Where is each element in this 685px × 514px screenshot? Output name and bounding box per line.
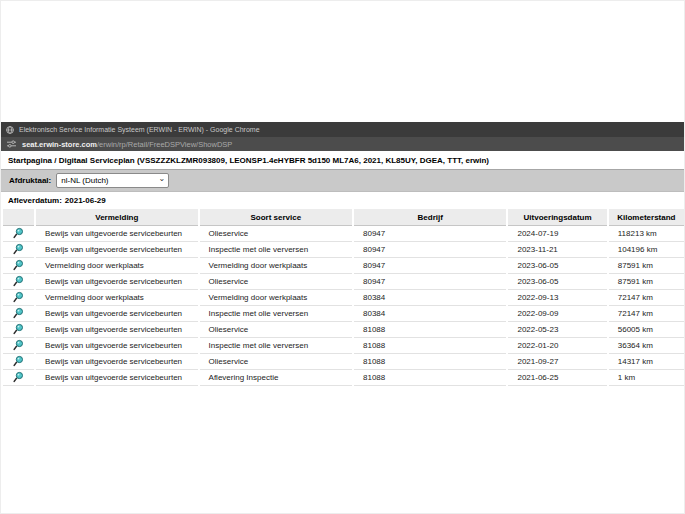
- service-history-table: VermeldingSoort serviceBedrijfUitvoering…: [1, 209, 685, 386]
- vermelding-cell: Bewijs van uitgevoerde servicebeurten: [36, 322, 197, 338]
- kilometerstand-cell: 72147 km: [609, 306, 684, 322]
- soort-service-cell: Vermelding door werkplaats: [200, 290, 352, 306]
- vermelding-cell: Bewijs van uitgevoerde servicebeurten: [36, 338, 197, 354]
- magnifier-icon[interactable]: [13, 259, 24, 271]
- print-language-select[interactable]: nl-NL (Dutch) ⌄: [56, 173, 169, 188]
- magnifier-icon[interactable]: [13, 355, 24, 367]
- detail-magnifier-cell: [3, 322, 34, 338]
- uitvoeringsdatum-cell: 2023-06-05: [508, 258, 606, 274]
- vermelding-cell: Bewijs van uitgevoerde servicebeurten: [36, 354, 197, 370]
- magnifier-icon[interactable]: [13, 371, 24, 383]
- uitvoeringsdatum-cell: 2022-05-23: [508, 322, 606, 338]
- magnifier-icon[interactable]: [13, 339, 24, 351]
- soort-service-cell: Olieservice: [200, 274, 352, 290]
- kilometerstand-cell: 104196 km: [609, 242, 684, 258]
- magnifier-icon[interactable]: [13, 291, 24, 303]
- table-row: Vermelding door werkplaatsVermelding doo…: [3, 258, 684, 274]
- breadcrumb-row: Startpagina / Digitaal Serviceplan (VSSZ…: [1, 151, 684, 170]
- detail-magnifier-cell: [3, 338, 34, 354]
- header-icon-col: [3, 209, 34, 226]
- uitvoeringsdatum-cell: 2021-06-25: [508, 370, 606, 386]
- bedrijf-cell: 81088: [354, 354, 506, 370]
- vermelding-cell: Bewijs van uitgevoerde servicebeurten: [36, 274, 197, 290]
- detail-magnifier-cell: [3, 258, 34, 274]
- kilometerstand-cell: 87591 km: [609, 258, 684, 274]
- detail-magnifier-cell: [3, 226, 34, 242]
- table-row: Bewijs van uitgevoerde servicebeurtenIns…: [3, 242, 684, 258]
- address-bar[interactable]: seat.erwin-store.com/erwin/rp/Retail/Fre…: [1, 137, 684, 151]
- magnifier-icon[interactable]: [13, 275, 24, 287]
- header-kilometerstand: Kilometerstand: [609, 209, 684, 226]
- bedrijf-cell: 80947: [354, 242, 506, 258]
- magnifier-icon[interactable]: [13, 227, 24, 239]
- print-language-value: nl-NL (Dutch): [61, 176, 108, 185]
- soort-service-cell: Olieservice: [200, 226, 352, 242]
- table-row: Bewijs van uitgevoerde servicebeurtenOli…: [3, 226, 684, 242]
- kilometerstand-cell: 36364 km: [609, 338, 684, 354]
- window-titlebar: Elektronisch Service Informatie Systeem …: [1, 122, 684, 137]
- top-whitespace: [1, 1, 684, 122]
- table-row: Bewijs van uitgevoerde servicebeurtenIns…: [3, 306, 684, 322]
- soort-service-cell: Inspectie met olie verversen: [200, 338, 352, 354]
- table-header-row: VermeldingSoort serviceBedrijfUitvoering…: [3, 209, 684, 226]
- globe-icon: [6, 126, 14, 134]
- uitvoeringsdatum-cell: 2024-07-19: [508, 226, 606, 242]
- soort-service-cell: Aflevering Inspectie: [200, 370, 352, 386]
- window-title: Elektronisch Service Informatie Systeem …: [19, 126, 260, 133]
- kilometerstand-cell: 56005 km: [609, 322, 684, 338]
- bedrijf-cell: 80947: [354, 258, 506, 274]
- uitvoeringsdatum-cell: 2021-09-27: [508, 354, 606, 370]
- magnifier-icon[interactable]: [13, 307, 24, 319]
- print-language-bar: Afdruktaal: nl-NL (Dutch) ⌄: [1, 170, 684, 192]
- detail-magnifier-cell: [3, 290, 34, 306]
- table-row: Bewijs van uitgevoerde servicebeurtenOli…: [3, 354, 684, 370]
- table-row: Bewijs van uitgevoerde servicebeurtenOli…: [3, 322, 684, 338]
- delivery-date-label: Afleverdatum:: [8, 196, 62, 205]
- table-row: Vermelding door werkplaatsVermelding doo…: [3, 290, 684, 306]
- header-vermelding: Vermelding: [36, 209, 197, 226]
- kilometerstand-cell: 1 km: [609, 370, 684, 386]
- header-uitvoeringsdatum: Uitvoeringsdatum: [508, 209, 606, 226]
- soort-service-cell: Olieservice: [200, 322, 352, 338]
- kilometerstand-cell: 14317 km: [609, 354, 684, 370]
- vermelding-cell: Bewijs van uitgevoerde servicebeurten: [36, 226, 197, 242]
- bedrijf-cell: 81088: [354, 338, 506, 354]
- table-row: Bewijs van uitgevoerde servicebeurtenIns…: [3, 338, 684, 354]
- delivery-date-value: 2021-06-29: [65, 196, 106, 205]
- bedrijf-cell: 81088: [354, 322, 506, 338]
- url-domain: seat.erwin-store.com: [22, 140, 97, 149]
- header-bedrijf: Bedrijf: [354, 209, 506, 226]
- magnifier-icon[interactable]: [13, 323, 24, 335]
- table-body: Bewijs van uitgevoerde servicebeurtenOli…: [3, 226, 684, 386]
- soort-service-cell: Inspectie met olie verversen: [200, 306, 352, 322]
- table-row: Bewijs van uitgevoerde servicebeurtenOli…: [3, 274, 684, 290]
- vermelding-cell: Bewijs van uitgevoerde servicebeurten: [36, 242, 197, 258]
- uitvoeringsdatum-cell: 2022-09-09: [508, 306, 606, 322]
- bedrijf-cell: 80947: [354, 274, 506, 290]
- table-row: Bewijs van uitgevoerde servicebeurtenAfl…: [3, 370, 684, 386]
- magnifier-icon[interactable]: [13, 243, 24, 255]
- print-language-label: Afdruktaal:: [9, 176, 51, 185]
- soort-service-cell: Inspectie met olie verversen: [200, 242, 352, 258]
- browser-window: Elektronisch Service Informatie Systeem …: [1, 122, 684, 386]
- uitvoeringsdatum-cell: 2023-11-21: [508, 242, 606, 258]
- uitvoeringsdatum-cell: 2023-06-05: [508, 274, 606, 290]
- vermelding-cell: Vermelding door werkplaats: [36, 290, 197, 306]
- soort-service-cell: Vermelding door werkplaats: [200, 258, 352, 274]
- url-text: seat.erwin-store.com/erwin/rp/Retail/Fre…: [22, 140, 232, 149]
- breadcrumb: Startpagina / Digitaal Serviceplan (VSSZ…: [8, 156, 489, 165]
- vermelding-cell: Vermelding door werkplaats: [36, 258, 197, 274]
- soort-service-cell: Olieservice: [200, 354, 352, 370]
- kilometerstand-cell: 72147 km: [609, 290, 684, 306]
- url-path: /erwin/rp/Retail/FreeDSPView/ShowDSP: [97, 140, 232, 149]
- chevron-down-icon: ⌄: [159, 176, 166, 181]
- vermelding-cell: Bewijs van uitgevoerde servicebeurten: [36, 306, 197, 322]
- tune-icon: [7, 140, 16, 148]
- detail-magnifier-cell: [3, 306, 34, 322]
- kilometerstand-cell: 87591 km: [609, 274, 684, 290]
- header-soort-service: Soort service: [200, 209, 352, 226]
- bedrijf-cell: 80384: [354, 290, 506, 306]
- bedrijf-cell: 80384: [354, 306, 506, 322]
- vermelding-cell: Bewijs van uitgevoerde servicebeurten: [36, 370, 197, 386]
- delivery-date-row: Afleverdatum: 2021-06-29: [1, 192, 684, 208]
